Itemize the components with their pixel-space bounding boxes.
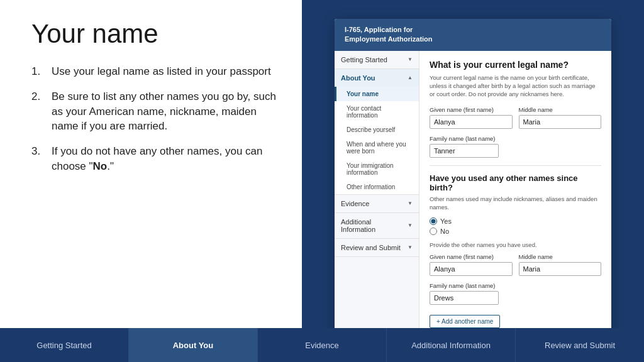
sidebar-item-immigration[interactable]: Your immigration information xyxy=(335,158,419,180)
evidence-label: Evidence xyxy=(341,200,369,207)
legal-name-desc: Your current legal name is the name on y… xyxy=(430,74,601,99)
other-names-row-2: Family name (last name) xyxy=(430,282,601,305)
form-header: I-765, Application forEmployment Authori… xyxy=(335,19,611,51)
form-window: I-765, Application forEmployment Authori… xyxy=(335,19,611,328)
other-names-title: Have you used any other names since birt… xyxy=(430,173,601,192)
additional-info-header[interactable]: Additional Information ▼ xyxy=(335,213,419,238)
instruction-3-text: If you do not have any other names, you … xyxy=(52,144,277,174)
middle-name-field: Middle name xyxy=(519,106,602,129)
instruction-2-text: Be sure to list any other names you go b… xyxy=(52,89,277,134)
radio-yes-label: Yes xyxy=(440,217,452,225)
nav-about-you-label: About You xyxy=(173,341,214,350)
radio-yes-input[interactable] xyxy=(430,217,437,225)
nav-about-you[interactable]: About You xyxy=(129,328,258,362)
sidebar-section-evidence[interactable]: Evidence ▼ xyxy=(335,195,419,213)
given-name-label: Given name (first name) xyxy=(430,106,513,113)
additional-info-label: Additional Information xyxy=(341,218,408,233)
nav-additional-info[interactable]: Additional Information xyxy=(387,328,516,362)
legal-name-title: What is your current legal name? xyxy=(430,60,601,70)
nav-getting-started-label: Getting Started xyxy=(36,341,91,350)
getting-started-chevron: ▼ xyxy=(408,57,413,62)
evidence-header[interactable]: Evidence ▼ xyxy=(335,195,419,212)
sidebar-item-born[interactable]: When and where you were born xyxy=(335,137,419,158)
other-middle-name-label: Middle name xyxy=(519,253,602,260)
getting-started-label: Getting Started xyxy=(341,56,387,63)
form-sidebar: Getting Started ▼ About You ▲ Your name xyxy=(335,51,419,328)
nav-getting-started[interactable]: Getting Started xyxy=(0,328,129,362)
main-content: Your name Use your legal name as listed … xyxy=(0,0,644,328)
add-name-button[interactable]: + Add another name xyxy=(430,315,500,328)
instruction-2: Be sure to list any other names you go b… xyxy=(31,89,277,134)
sidebar-section-review[interactable]: Review and Submit ▼ xyxy=(335,239,419,257)
legal-name-row-1: Given name (first name) Middle name xyxy=(430,106,601,129)
given-name-field: Given name (first name) xyxy=(430,106,513,129)
sidebar-item-contact-info[interactable]: Your contact information xyxy=(335,101,419,123)
instruction-1-text: Use your legal name as listed in your pa… xyxy=(52,64,271,79)
given-name-input[interactable] xyxy=(430,115,513,129)
legal-name-row-2: Family name (last name) xyxy=(430,135,601,158)
right-panel: I-765, Application forEmployment Authori… xyxy=(302,0,644,328)
instruction-1: Use your legal name as listed in your pa… xyxy=(31,64,277,79)
family-name-input[interactable] xyxy=(430,144,499,158)
instruction-3: If you do not have any other names, you … xyxy=(31,144,277,174)
sidebar-section-about-you: About You ▲ Your name Your contact infor… xyxy=(335,69,419,195)
middle-name-input[interactable] xyxy=(519,115,602,129)
about-you-chevron: ▲ xyxy=(408,75,413,80)
form-body: Getting Started ▼ About You ▲ Your name xyxy=(335,51,611,328)
page-title: Your name xyxy=(31,19,277,49)
review-header[interactable]: Review and Submit ▼ xyxy=(335,239,419,256)
bottom-nav: Getting Started About You Evidence Addit… xyxy=(0,328,644,362)
radio-no-input[interactable] xyxy=(430,228,437,235)
other-family-name-label: Family name (last name) xyxy=(430,282,601,289)
middle-name-label: Middle name xyxy=(519,106,602,113)
evidence-chevron: ▼ xyxy=(408,200,413,206)
nav-additional-info-label: Additional Information xyxy=(411,341,491,350)
sidebar-item-describe-yourself[interactable]: Describe yourself xyxy=(335,123,419,137)
about-you-sub-items: Your name Your contact information Descr… xyxy=(335,87,419,194)
other-given-name-label: Given name (first name) xyxy=(430,253,513,260)
other-given-name-field: Given name (first name) xyxy=(430,253,513,276)
nav-evidence[interactable]: Evidence xyxy=(258,328,387,362)
review-chevron: ▼ xyxy=(408,244,413,250)
sidebar-section-additional-info[interactable]: Additional Information ▼ xyxy=(335,213,419,239)
other-family-name-input[interactable] xyxy=(430,291,499,305)
left-panel: Your name Use your legal name as listed … xyxy=(0,0,302,328)
form-header-title: I-765, Application forEmployment Authori… xyxy=(345,25,601,45)
radio-option-no[interactable]: No xyxy=(430,228,601,235)
nav-evidence-label: Evidence xyxy=(305,341,338,350)
other-middle-name-input[interactable] xyxy=(519,262,602,276)
sidebar-section-getting-started[interactable]: Getting Started ▼ xyxy=(335,51,419,69)
nav-review-submit-label: Review and Submit xyxy=(545,341,615,350)
other-names-row-1: Given name (first name) Middle name xyxy=(430,253,601,276)
radio-option-yes[interactable]: Yes xyxy=(430,217,601,225)
about-you-label: About You xyxy=(341,74,375,82)
instructions-list: Use your legal name as listed in your pa… xyxy=(31,64,277,174)
other-names-radio-group: Yes No xyxy=(430,217,601,235)
provide-names-label: Provide the other names you have used. xyxy=(430,241,601,248)
additional-info-chevron: ▼ xyxy=(408,222,413,228)
other-family-name-field: Family name (last name) xyxy=(430,282,601,305)
about-you-header[interactable]: About You ▲ xyxy=(335,69,419,87)
nav-review-submit[interactable]: Review and Submit xyxy=(516,328,644,362)
review-label: Review and Submit xyxy=(341,244,401,251)
other-given-name-input[interactable] xyxy=(430,262,513,276)
sidebar-item-your-name[interactable]: Your name xyxy=(335,87,419,101)
sidebar-item-other-info[interactable]: Other information xyxy=(335,180,419,194)
divider-1 xyxy=(430,165,601,166)
family-name-label: Family name (last name) xyxy=(430,135,601,142)
other-middle-name-field: Middle name xyxy=(519,253,602,276)
radio-no-label: No xyxy=(440,228,449,235)
getting-started-header[interactable]: Getting Started ▼ xyxy=(335,51,419,69)
form-main: What is your current legal name? Your cu… xyxy=(419,51,611,328)
family-name-field: Family name (last name) xyxy=(430,135,601,158)
other-names-desc: Other names used may include nicknames, … xyxy=(430,195,601,212)
